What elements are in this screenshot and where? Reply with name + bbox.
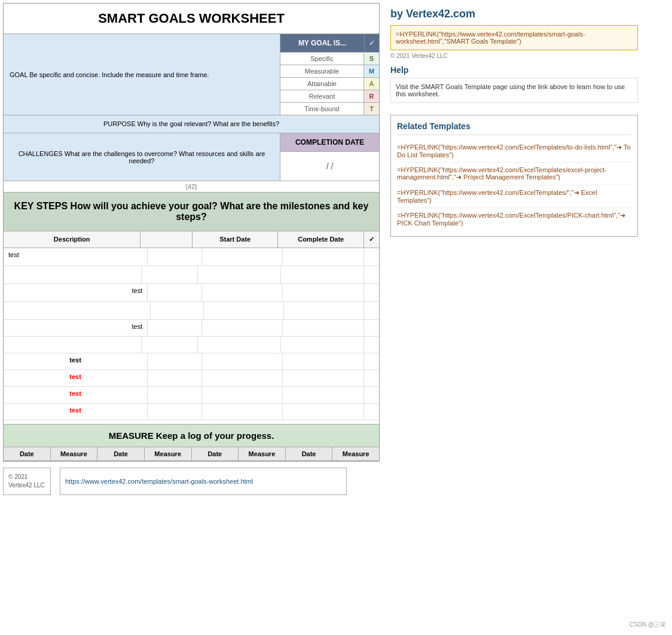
challenges-label: CHALLENGES What are the challenges to ov…	[4, 133, 280, 181]
measure-col-m3: Measure	[239, 447, 286, 460]
smart-s-letter: S	[364, 53, 379, 65]
ks-check-header: ✓	[364, 231, 379, 248]
related-link-4[interactable]: =HYPERLINK("https://www.vertex42.com/Exc…	[397, 208, 631, 230]
ks-desc-8: test	[4, 370, 148, 386]
smart-r-letter: R	[364, 90, 379, 102]
measure-col-m2: Measure	[145, 447, 192, 460]
related-title: Related Templates	[397, 121, 631, 135]
ks-start-header: Start Date	[193, 231, 279, 248]
ks-desc-10: test	[4, 404, 148, 420]
goal-label: GOAL Be specific and concise. Include th…	[4, 34, 280, 115]
my-goal-header: MY GOAL IS...	[280, 34, 364, 52]
purpose-row: PURPOSE Why is the goal relevant? What a…	[4, 115, 379, 133]
ks-row-2	[4, 266, 379, 284]
smart-timebound-label: Time-bound	[280, 103, 364, 115]
ks-complete-header: Complete Date	[278, 231, 364, 248]
right-panel: by Vertex42.com =HYPERLINK("https://www.…	[386, 3, 643, 462]
smart-a-letter: A	[364, 78, 379, 90]
related-link-3[interactable]: =HYPERLINK("https://www.vertex42.com/Exc…	[397, 185, 631, 208]
ks-row-4	[4, 302, 379, 320]
date-display: / /	[280, 152, 379, 181]
completion-date-box: COMPLETION DATE / /	[280, 133, 379, 181]
measure-col-date2: Date	[97, 447, 145, 460]
goal-row: GOAL Be specific and concise. Include th…	[4, 34, 379, 115]
brand-title: by Vertex42.com	[390, 8, 638, 20]
ks-empty-header	[140, 231, 193, 248]
smart-attainable-label: Attainable	[280, 78, 364, 90]
smart-attainable-row: Attainable A	[280, 78, 379, 90]
key-steps-header: Description Start Date Complete Date ✓	[4, 231, 379, 248]
measure-col-date1: Date	[4, 447, 51, 460]
smart-specific-row: Specific S	[280, 53, 379, 65]
key-steps-title: KEY STEPS How will you achieve your goal…	[4, 193, 379, 231]
ks-row-10: test	[4, 404, 379, 420]
measure-col-date4: Date	[286, 447, 333, 460]
measure-col-date3: Date	[192, 447, 239, 460]
ks-desc-1: test	[4, 248, 148, 265]
ks-desc-5: test	[4, 320, 148, 336]
smart-measurable-label: Measurable	[280, 65, 364, 77]
related-section: Related Templates =HYPERLINK("https://ww…	[390, 115, 638, 237]
char-count: {42}	[4, 181, 379, 193]
help-text: Visit the SMART Goals Template page usin…	[390, 78, 638, 103]
hyperlink-box[interactable]: =HYPERLINK("https://www.vertex42.com/tem…	[390, 25, 638, 50]
ks-row-1: test	[4, 248, 379, 266]
ks-desc-4	[4, 302, 151, 319]
smart-t-letter: T	[364, 103, 379, 115]
measure-title: MEASURE Keep a log of your progess.	[4, 425, 379, 447]
help-title: Help	[390, 65, 638, 75]
ks-desc-header: Description	[4, 231, 140, 248]
smart-specific-label: Specific	[280, 53, 364, 65]
smart-relevant-label: Relevant	[280, 90, 364, 102]
copyright-text: © 2021 Vertex42 LLC	[390, 53, 638, 59]
measure-col-m1: Measure	[51, 447, 98, 460]
related-link-2[interactable]: =HYPERLINK("https://www.vertex42.com/Exc…	[397, 163, 631, 185]
ks-desc-3: test	[4, 284, 148, 301]
goal-right-container: MY GOAL IS... ✓ Specific S Measurable M …	[280, 34, 379, 115]
measure-col-m4: Measure	[332, 447, 379, 460]
footer: © 2021 Vertex42 LLC https://www.vertex42…	[3, 468, 669, 495]
ks-row-3: test	[4, 284, 379, 302]
measure-header-row: Date Measure Date Measure Date Measure D…	[4, 447, 379, 461]
ks-desc-9: test	[4, 387, 148, 403]
ks-row-7: test	[4, 353, 379, 370]
checkmark-header: ✓	[364, 34, 379, 52]
ks-row-9: test	[4, 387, 379, 404]
footer-url[interactable]: https://www.vertex42.com/templates/smart…	[60, 468, 347, 495]
challenges-row: CHALLENGES What are the challenges to ov…	[4, 133, 379, 181]
smart-measurable-row: Measurable M	[280, 65, 379, 78]
ks-row-5: test	[4, 320, 379, 337]
smart-m-letter: M	[364, 65, 379, 77]
footer-copyright: © 2021 Vertex42 LLC	[3, 468, 51, 495]
related-link-1[interactable]: =HYPERLINK("https://www.vertex42.com/Exc…	[397, 140, 631, 163]
worksheet-title: SMART GOALS WORKSHEET	[4, 4, 379, 34]
ks-row-8: test	[4, 370, 379, 387]
measure-section: MEASURE Keep a log of your progess. Date…	[4, 424, 379, 461]
smart-relevant-row: Relevant R	[280, 90, 379, 103]
completion-date-header: COMPLETION DATE	[280, 133, 379, 152]
ks-desc-7: test	[4, 353, 148, 370]
smart-timebound-row: Time-bound T	[280, 103, 379, 115]
ks-row-6	[4, 337, 379, 353]
